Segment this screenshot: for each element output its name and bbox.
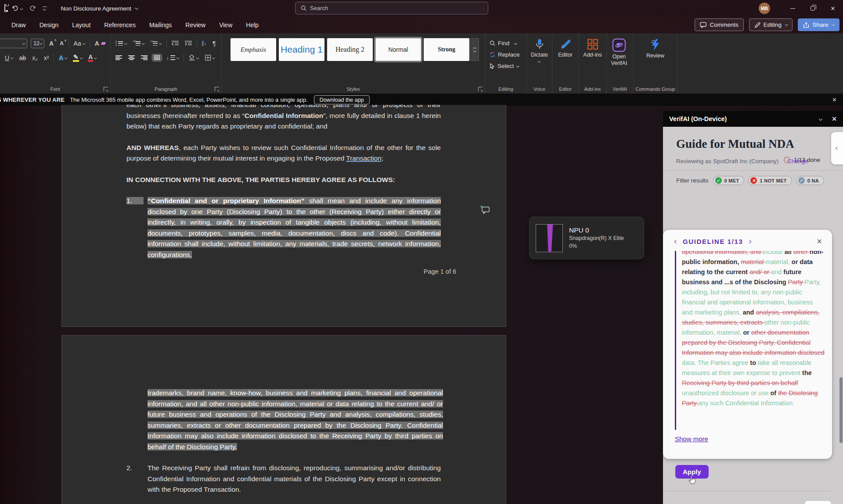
redline-segment: the	[802, 369, 812, 376]
panel-collapse-chevron-icon[interactable]	[819, 117, 822, 121]
style-card[interactable]: Heading 2	[327, 38, 373, 61]
comments-button[interactable]: Comments	[695, 18, 743, 31]
document-title[interactable]: Non Disclosure Agreement	[61, 5, 138, 12]
align-center-button[interactable]	[127, 54, 136, 61]
bullet-list-button[interactable]	[114, 40, 128, 47]
previous-guideline-chevron[interactable]	[674, 239, 678, 243]
show-more-link[interactable]: Show more	[675, 435, 708, 443]
ribbon-tab[interactable]: Design	[40, 21, 59, 29]
redline-segment: any such Confidential Information.	[698, 400, 794, 407]
font-group-label: Font	[0, 86, 110, 92]
ribbon-group-paragraph: AZ↓ ¶ ↕	[111, 33, 222, 93]
add-comment-button[interactable]: Add	[804, 500, 832, 504]
grow-font-button[interactable]: A∧	[48, 39, 55, 47]
multilevel-list-button[interactable]	[149, 40, 163, 47]
banner-close-icon[interactable]: ✕	[832, 97, 837, 103]
style-card[interactable]: Heading 1	[279, 38, 324, 61]
paragraph-dialog-launcher[interactable]	[215, 87, 219, 91]
editing-mode-button[interactable]: Editing	[749, 18, 793, 31]
ribbon-tab[interactable]: Layout	[72, 21, 90, 29]
search-input[interactable]: Search	[295, 2, 488, 14]
save-icon[interactable]	[4, 4, 5, 12]
doc-paragraph: each other’s business, assets, financial…	[62, 105, 506, 132]
dictate-chevron	[538, 60, 540, 62]
find-button[interactable]: Find	[485, 37, 526, 49]
numbered-list-button[interactable]	[132, 40, 146, 47]
style-card[interactable]: Emphasis	[231, 38, 276, 61]
clear-formatting-button[interactable]: A	[94, 39, 107, 47]
subscript-button[interactable]: x₂	[31, 54, 39, 62]
open-verifai-button[interactable]: Open VerifAI	[607, 37, 631, 67]
replace-button[interactable]: Replace	[485, 49, 526, 60]
change-case-button[interactable]: Aa	[72, 39, 86, 47]
strikethrough-button[interactable]: ab	[18, 54, 28, 62]
dictate-button[interactable]: Dictate	[527, 37, 552, 62]
filter-pill[interactable]: ✓0 MET	[713, 176, 745, 185]
text-effects-button[interactable]: A	[58, 54, 68, 62]
pill-status-icon: ✓	[715, 177, 722, 184]
style-card[interactable]: Normal	[375, 38, 421, 61]
undo-button[interactable]	[11, 5, 23, 12]
styles-gallery-more-button[interactable]	[470, 38, 479, 61]
ribbon-tab[interactable]: References	[104, 21, 136, 29]
share-label: Share	[812, 21, 828, 28]
ribbon-tab[interactable]: Mailings	[149, 21, 172, 29]
m365-promo-banner: S WHEREVER YOU ARE The Microsoft 365 mob…	[0, 94, 843, 106]
font-name-combo[interactable]	[0, 39, 27, 48]
editor-button[interactable]: Editor	[552, 37, 578, 58]
borders-button[interactable]	[204, 54, 216, 61]
next-guideline-chevron[interactable]	[748, 239, 751, 243]
guide-title: Guide for Mutual NDA	[663, 127, 795, 152]
justify-button[interactable]	[152, 54, 162, 61]
select-button[interactable]: Select	[485, 60, 526, 71]
shrink-font-button[interactable]: A∨	[58, 40, 65, 47]
styles-dialog-launcher[interactable]	[478, 87, 483, 91]
line-spacing-button[interactable]: ↕	[165, 54, 180, 61]
ribbon-tab[interactable]: Draw	[11, 21, 26, 29]
guideline-close-icon[interactable]: ✕	[817, 237, 822, 246]
review-command-button[interactable]: Review	[634, 37, 677, 59]
download-app-button[interactable]: Download the app	[314, 95, 370, 104]
font-color-button[interactable]: A	[87, 53, 98, 63]
filter-pill[interactable]: ✕1 NOT MET	[748, 176, 792, 185]
panel-close-icon[interactable]: ✕	[832, 115, 837, 122]
line-spacing-icon	[170, 55, 175, 60]
customize-quick-access-icon[interactable]	[43, 7, 47, 11]
font-size-combo[interactable]: 12	[31, 39, 44, 48]
panel-scrollbar-thumb[interactable]	[839, 377, 843, 443]
decrease-indent-button[interactable]	[170, 40, 180, 47]
increase-indent-button[interactable]	[184, 40, 193, 47]
ribbon-group-commands: Review Commands Group	[634, 33, 677, 93]
divider	[663, 491, 832, 491]
underline-button[interactable]: U	[4, 54, 14, 62]
avatar[interactable]: MB	[759, 3, 770, 14]
document-page-2[interactable]: trademarks, brand name, know-how, busine…	[61, 335, 506, 504]
maximize-button[interactable]	[803, 0, 823, 17]
panel-expand-tab[interactable]	[831, 132, 843, 164]
editor-pencil-icon	[560, 39, 571, 50]
npu-usage-graph	[536, 224, 563, 252]
share-button[interactable]: Share	[798, 18, 839, 31]
minimize-button[interactable]	[782, 0, 803, 17]
redo-button[interactable]	[29, 5, 36, 12]
sort-button[interactable]: AZ↓	[201, 40, 208, 47]
show-formatting-marks-button[interactable]: ¶	[211, 39, 217, 47]
add-comment-icon[interactable]	[480, 205, 490, 214]
highlight-color-button[interactable]: ✎	[72, 53, 83, 63]
ribbon-tab[interactable]: Help	[246, 21, 259, 29]
shading-button[interactable]	[187, 54, 200, 61]
filter-pill[interactable]: 0 NA	[796, 176, 824, 185]
font-dialog-launcher[interactable]	[104, 87, 108, 91]
document-page-1[interactable]: each other’s business, assets, financial…	[61, 105, 506, 327]
align-right-button[interactable]	[140, 54, 149, 61]
align-left-button[interactable]	[114, 54, 123, 61]
pencil-icon	[754, 22, 760, 28]
close-button[interactable]: ✕	[823, 0, 843, 17]
style-card[interactable]: Strong	[424, 38, 469, 61]
reviewing-as-text: Reviewing as SpotDraft Inc (Company)	[676, 158, 778, 164]
progress-spinner-icon	[784, 157, 790, 163]
ribbon-tab[interactable]: View	[219, 21, 232, 29]
addins-button[interactable]: Add-ins	[579, 37, 606, 58]
ribbon-tab[interactable]: Review	[185, 21, 205, 29]
superscript-button[interactable]: x²	[43, 54, 50, 62]
